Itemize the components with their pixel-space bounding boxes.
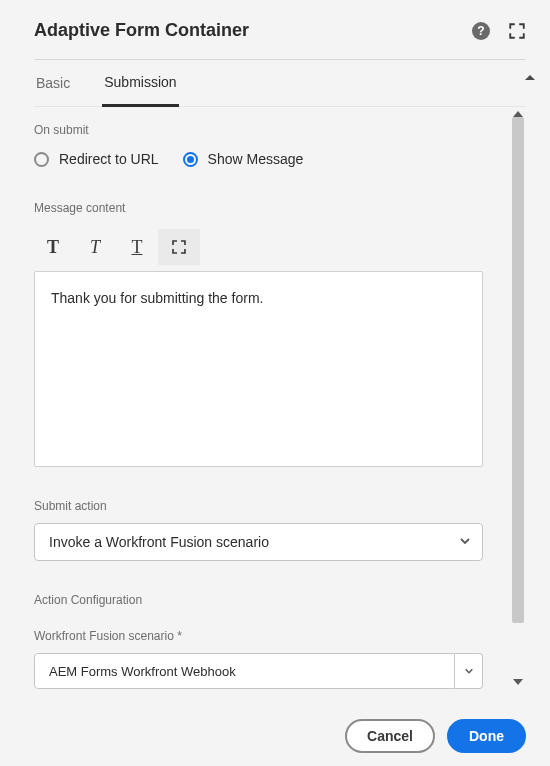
message-content-input[interactable]: Thank you for submitting the form. — [34, 271, 483, 467]
radio-unchecked-icon — [34, 152, 49, 167]
help-icon[interactable]: ? — [472, 22, 490, 40]
action-configuration-label: Action Configuration — [34, 593, 498, 607]
submit-action-value: Invoke a Workfront Fusion scenario — [49, 534, 269, 550]
rte-toolbar: T T T — [34, 229, 498, 265]
scroll-down-icon[interactable] — [513, 679, 523, 685]
footer: Cancel Done — [34, 689, 526, 753]
content-area: On submit Redirect to URL Show Message M… — [34, 107, 508, 689]
submit-action-label: Submit action — [34, 499, 498, 513]
fullscreen-rte-button[interactable] — [158, 229, 200, 265]
tab-basic[interactable]: Basic — [34, 61, 72, 105]
radio-redirect-to-url[interactable]: Redirect to URL — [34, 151, 159, 167]
panel-header: Adaptive Form Container ? — [34, 20, 526, 60]
done-button[interactable]: Done — [447, 719, 526, 753]
fullscreen-icon[interactable] — [508, 22, 526, 40]
radio-show-message[interactable]: Show Message — [183, 151, 304, 167]
scroll-thumb[interactable] — [512, 117, 524, 623]
workfront-scenario-label: Workfront Fusion scenario * — [34, 629, 498, 643]
workfront-scenario-dropdown-button[interactable] — [455, 653, 483, 689]
scrollbar[interactable] — [510, 107, 526, 689]
page-title: Adaptive Form Container — [34, 20, 249, 41]
bold-button[interactable]: T — [34, 229, 74, 265]
on-submit-label: On submit — [34, 123, 498, 137]
tab-submission[interactable]: Submission — [102, 60, 178, 107]
message-content-label: Message content — [34, 201, 498, 215]
radio-checked-icon — [183, 152, 198, 167]
radio-redirect-label: Redirect to URL — [59, 151, 159, 167]
scroll-track[interactable] — [510, 117, 526, 679]
workfront-scenario-value: AEM Forms Workfront Webhook — [49, 664, 236, 679]
italic-button[interactable]: T — [74, 229, 116, 265]
underline-button[interactable]: T — [116, 229, 158, 265]
workfront-scenario-select[interactable]: AEM Forms Workfront Webhook — [34, 653, 455, 689]
submit-action-select[interactable]: Invoke a Workfront Fusion scenario — [34, 523, 483, 561]
message-content-text: Thank you for submitting the form. — [51, 290, 263, 306]
cancel-button[interactable]: Cancel — [345, 719, 435, 753]
radio-show-message-label: Show Message — [208, 151, 304, 167]
tab-bar: Basic Submission — [34, 60, 526, 107]
collapse-toggle-icon[interactable] — [518, 66, 542, 90]
